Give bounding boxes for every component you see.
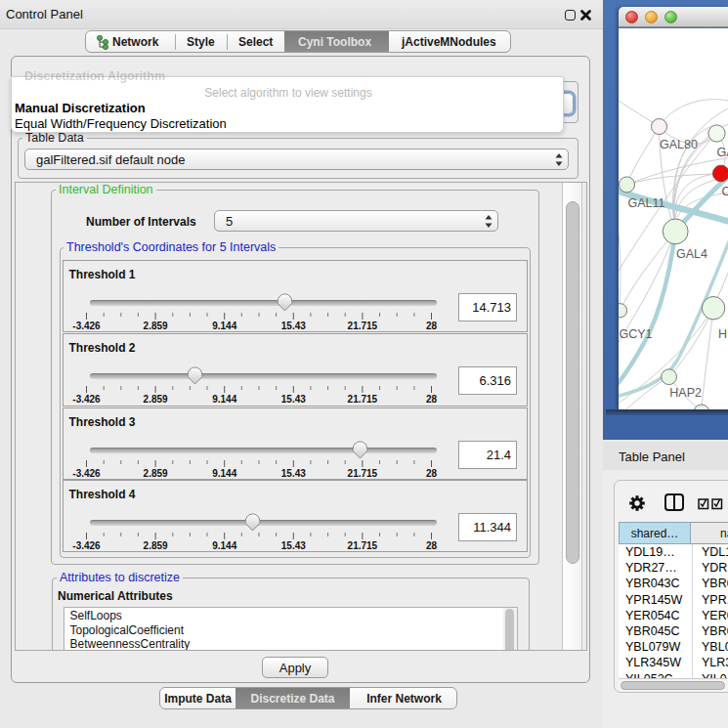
- svg-text:GAL80: GAL80: [660, 138, 698, 151]
- svg-text:-3.426: -3.426: [72, 394, 101, 405]
- svg-text:15.43: 15.43: [280, 394, 305, 405]
- svg-text:15.43: 15.43: [280, 540, 305, 551]
- svg-text:2.859: 2.859: [143, 540, 167, 551]
- svg-text:28: 28: [425, 321, 437, 331]
- svg-text:GAL4: GAL4: [676, 247, 707, 261]
- svg-text:C: C: [722, 185, 728, 198]
- svg-text:H: H: [718, 327, 727, 341]
- svg-text:15.43: 15.43: [280, 321, 305, 331]
- svg-text:HAP2: HAP2: [669, 386, 702, 400]
- svg-text:9.144: 9.144: [212, 321, 236, 331]
- svg-text:28: 28: [425, 468, 437, 479]
- svg-text:9.144: 9.144: [212, 394, 236, 405]
- svg-text:21.715: 21.715: [347, 321, 377, 331]
- svg-text:2.859: 2.859: [143, 468, 167, 479]
- svg-text:-3.426: -3.426: [72, 468, 101, 479]
- svg-text:9.144: 9.144: [212, 540, 236, 551]
- svg-text:2.859: 2.859: [143, 394, 167, 405]
- svg-text:15.43: 15.43: [280, 468, 305, 479]
- svg-text:2.859: 2.859: [143, 321, 167, 331]
- svg-text:21.715: 21.715: [347, 468, 377, 479]
- svg-text:-3.426: -3.426: [72, 540, 101, 551]
- svg-text:21.715: 21.715: [347, 540, 377, 551]
- svg-text:28: 28: [425, 394, 437, 405]
- svg-text:-3.426: -3.426: [72, 321, 101, 331]
- svg-text:21.715: 21.715: [347, 394, 377, 405]
- svg-text:9.144: 9.144: [212, 468, 236, 479]
- svg-text:GAL11: GAL11: [628, 196, 665, 210]
- svg-text:GCY1: GCY1: [620, 327, 653, 341]
- svg-text:GA: GA: [717, 146, 728, 159]
- svg-text:28: 28: [425, 540, 437, 551]
